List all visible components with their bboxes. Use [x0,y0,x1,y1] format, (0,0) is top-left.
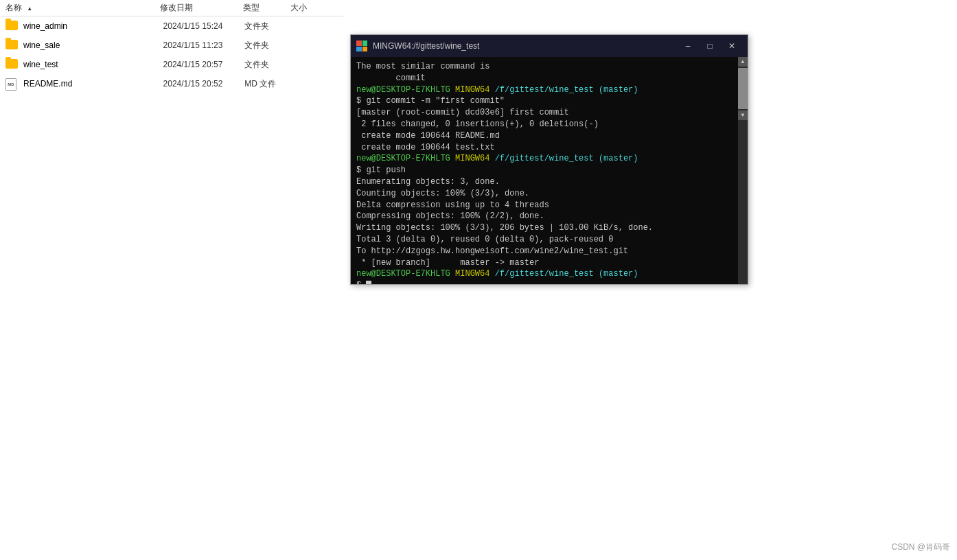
folder-icon [5,40,19,51]
terminal-line: Writing objects: 100% (3/3), 206 bytes |… [356,222,742,234]
terminal-line: new@DESKTOP-E7KHLTG MINGW64 /f/gittest/w… [356,84,742,96]
terminal-text: create mode 100644 README.md [356,131,500,141]
file-name: README.md [23,79,163,89]
terminal-text: The most similar command is [356,62,489,71]
terminal-line: Compressing objects: 100% (2/2), done. [356,211,742,222]
terminal-line: new@DESKTOP-E7KHLTG MINGW64 /f/gittest/w… [356,268,742,280]
terminal-text: 2 files changed, 0 insertions(+), 0 dele… [356,119,599,129]
terminal-text: Compressing objects: 100% (2/2), done. [356,211,544,221]
terminal-cursor [366,281,371,284]
prompt-path-label: MINGW64 [455,85,489,95]
file-explorer: 名称 ▲ 修改日期 类型 大小 wine_admin 2024/1/15 15:… [0,0,343,560]
file-date: 2024/1/15 15:24 [163,21,245,31]
file-name: wine_admin [23,21,163,31]
terminal-title: MINGW64:/f/gittest/wine_test [373,41,678,51]
logo-q1 [356,40,362,46]
terminal-body[interactable]: The most similar command is commitnew@DE… [351,57,748,284]
terminal-line: 2 files changed, 0 insertions(+), 0 dele… [356,119,742,130]
logo-q2 [362,40,368,46]
terminal-line: To http://dzgogs.hw.hongweisoft.com/wine… [356,246,742,257]
terminal-line: The most similar command is [356,61,742,73]
terminal-line: [master (root-commit) dcd03e6] first com… [356,107,742,119]
terminal-line: new@DESKTOP-E7KHLTG MINGW64 /f/gittest/w… [356,153,742,165]
terminal-line: Enumerating objects: 3, done. [356,176,742,188]
file-name: wine_test [23,60,163,69]
logo-q4 [362,47,368,52]
file-type: 文件夹 [244,21,291,32]
folder-icon [5,59,19,70]
prompt-user: new@DESKTOP-E7KHLTG [356,154,450,163]
terminal-text: [master (root-commit) dcd03e6] first com… [356,108,569,117]
prompt-user: new@DESKTOP-E7KHLTG [356,85,450,95]
terminal-text: $ git push [356,165,406,175]
terminal-cmd: $ [356,281,366,284]
terminal-line: Total 3 (delta 0), reused 0 (delta 0), p… [356,234,742,246]
logo-q3 [356,47,362,52]
terminal-line: create mode 100644 README.md [356,130,742,142]
minimize-button[interactable]: – [678,39,698,53]
terminal-line: $ git commit -m "first commit" [356,95,742,107]
terminal-titlebar: MINGW64:/f/gittest/wine_test – □ ✕ [351,35,748,57]
col-size-label: 大小 [290,3,307,12]
terminal-line: create mode 100644 test.txt [356,142,742,154]
col-date-header[interactable]: 修改日期 [160,2,243,14]
terminal-text: Counting objects: 100% (3/3), done. [356,189,529,198]
maximize-button[interactable]: □ [700,39,720,53]
column-headers: 名称 ▲ 修改日期 类型 大小 [0,0,343,16]
mingw-logo-icon [356,40,367,51]
terminal-text: Enumerating objects: 3, done. [356,177,500,187]
terminal-line: $ git push [356,165,742,176]
terminal-text: Total 3 (delta 0), reused 0 (delta 0), p… [356,235,613,244]
file-list: wine_admin 2024/1/15 15:24 文件夹 wine_sale… [0,16,343,93]
terminal-content: The most similar command is commitnew@DE… [356,61,742,284]
window-controls: – □ ✕ [678,39,742,53]
list-item[interactable]: MD README.md 2024/1/15 20:52 MD 文件 [0,74,343,93]
col-name-label: 名称 [5,3,22,12]
prompt-branch: (master) [599,85,638,95]
terminal-text: create mode 100644 test.txt [356,143,495,152]
prompt-branch: (master) [599,269,638,279]
col-type-header[interactable]: 类型 [243,2,290,14]
scrollbar-down-button[interactable]: ▼ [738,110,748,120]
terminal-line: $ [356,280,742,284]
file-date: 2024/1/15 20:57 [163,60,245,69]
terminal-window: MINGW64:/f/gittest/wine_test – □ ✕ The m… [350,34,748,285]
folder-icon [5,21,19,32]
prompt-path: /f/gittest/wine_test [495,269,594,279]
watermark-text: CSDN @肖码哥 [891,542,950,552]
terminal-text: $ git commit -m "first commit" [356,96,505,106]
file-icon: MD [5,78,19,89]
close-button[interactable]: ✕ [722,39,742,53]
file-name: wine_sale [23,40,163,50]
prompt-branch: (master) [599,154,638,163]
prompt-path-label: MINGW64 [455,269,489,279]
file-type: 文件夹 [244,59,291,71]
list-item[interactable]: wine_test 2024/1/15 20:57 文件夹 [0,55,343,74]
terminal-text: * [new branch] master -> master [356,258,539,268]
col-name-header[interactable]: 名称 ▲ [5,2,160,14]
sort-arrow-icon: ▲ [27,5,32,12]
terminal-text: Delta compression using up to 4 threads [356,200,549,210]
file-type: MD 文件 [244,78,291,90]
terminal-text: Writing objects: 100% (3/3), 206 bytes |… [356,223,653,233]
col-size-header[interactable]: 大小 [290,2,338,14]
scrollbar-track[interactable]: ▲ ▼ [738,57,748,284]
prompt-path: /f/gittest/wine_test [495,154,594,163]
terminal-line: Delta compression using up to 4 threads [356,200,742,211]
file-date: 2024/1/15 20:52 [163,79,245,89]
scrollbar-up-button[interactable]: ▲ [738,57,748,67]
terminal-line: * [new branch] master -> master [356,257,742,269]
prompt-user: new@DESKTOP-E7KHLTG [356,269,450,279]
terminal-line: Counting objects: 100% (3/3), done. [356,188,742,200]
terminal-text: commit [356,73,426,83]
scrollbar-thumb[interactable] [738,68,748,109]
watermark: CSDN @肖码哥 [891,541,950,553]
col-date-label: 修改日期 [160,3,193,12]
terminal-line: commit [356,73,742,84]
file-date: 2024/1/15 11:23 [163,40,245,50]
terminal-text: To http://dzgogs.hw.hongweisoft.com/wine… [356,246,628,256]
list-item[interactable]: wine_sale 2024/1/15 11:23 文件夹 [0,36,343,55]
prompt-path-label: MINGW64 [455,154,489,163]
list-item[interactable]: wine_admin 2024/1/15 15:24 文件夹 [0,16,343,36]
prompt-path: /f/gittest/wine_test [495,85,594,95]
